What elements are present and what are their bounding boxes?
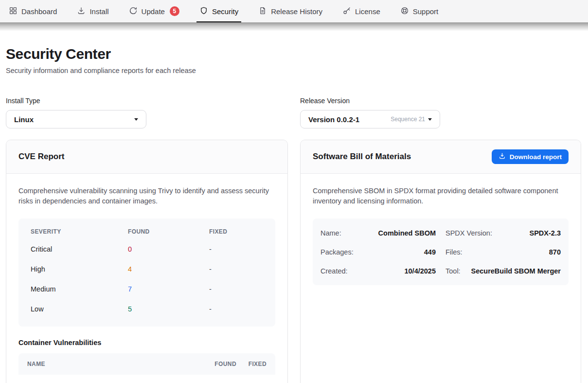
fixed-count: - [209, 259, 263, 279]
column-found: FOUND [128, 228, 209, 235]
severity-table: SEVERITY FOUND FIXED Critical 0 - High 4… [18, 219, 275, 327]
nav-item-support[interactable]: Support [400, 0, 439, 22]
top-navigation: Dashboard Install Update 5 Security Rele… [0, 0, 588, 22]
found-count: 0 [128, 239, 209, 259]
column-name: NAME [27, 361, 193, 367]
found-count: 7 [128, 279, 209, 299]
install-type-filter: Install Type Linux [6, 97, 288, 128]
detail-value: Combined SBOM [378, 229, 436, 237]
update-icon [129, 6, 138, 17]
page-title: Security Center [6, 46, 582, 62]
nav-label: Update [142, 7, 165, 16]
detail-value: 449 [424, 248, 436, 256]
install-type-label: Install Type [6, 97, 288, 105]
cve-report-description: Comprehensive vulnerability scanning usi… [18, 186, 275, 206]
document-icon [258, 6, 267, 17]
column-found: FOUND [193, 361, 236, 367]
nav-label: Install [89, 7, 108, 16]
detail-value: SPDX-2.3 [530, 229, 561, 237]
nav-label: Support [413, 7, 439, 16]
sequence-label: Sequence 21 [391, 116, 425, 123]
page-subtitle: Security information and compliance repo… [6, 67, 582, 74]
table-row-medium: Medium 7 - [31, 279, 263, 299]
dashboard-icon [9, 6, 18, 17]
table-row-high: High 4 - [31, 259, 263, 279]
detail-value: SecureBuild SBOM Merger [471, 267, 561, 275]
chevron-down-icon [428, 118, 432, 121]
detail-tool: Tool: SecureBuild SBOM Merger [445, 261, 561, 280]
detail-value: 10/4/2025 [404, 267, 436, 275]
nav-item-update[interactable]: Update 5 [129, 0, 179, 22]
nav-item-security[interactable]: Security [199, 0, 238, 22]
main-content: Security Center Security information and… [0, 46, 588, 383]
release-version-filter: Release Version Version 0.0.2-1 Sequence… [300, 97, 581, 128]
nav-label: Security [212, 7, 238, 16]
severity-table-header: SEVERITY FOUND FIXED [31, 222, 263, 239]
install-type-value: Linux [14, 115, 34, 124]
fixed-count: - [209, 299, 263, 319]
sbom-header: Software Bill of Materials Download repo… [301, 140, 581, 174]
update-count-badge: 5 [170, 6, 179, 16]
nav-item-release-history[interactable]: Release History [258, 0, 322, 22]
cve-report-title: CVE Report [18, 152, 64, 162]
found-count: 4 [128, 259, 209, 279]
cve-report-header: CVE Report [6, 140, 287, 174]
shield-icon [199, 6, 208, 17]
severity-name: Medium [31, 279, 128, 299]
column-fixed: FIXED [209, 228, 263, 235]
sbom-description: Comprehensive SBOM in SPDX format provid… [313, 186, 569, 206]
detail-name: Name: Combined SBOM [321, 223, 436, 242]
fixed-count: - [209, 239, 263, 259]
lifebuoy-icon [400, 6, 409, 17]
severity-name: High [31, 259, 128, 279]
detail-files: Files: 870 [445, 242, 561, 261]
chevron-down-icon [134, 118, 138, 121]
detail-packages: Packages: 449 [321, 242, 436, 261]
nav-label: Release History [271, 7, 322, 16]
key-icon [342, 6, 351, 17]
column-severity: SEVERITY [31, 228, 128, 235]
release-version-value: Version 0.0.2-1 [308, 115, 359, 124]
nav-item-dashboard[interactable]: Dashboard [9, 0, 57, 22]
detail-spdx-version: SPDX Version: SPDX-2.3 [445, 223, 561, 242]
table-row-low: Low 5 - [31, 299, 263, 319]
column-fixed: FIXED [236, 361, 267, 367]
release-version-meta: Sequence 21 [391, 116, 432, 123]
cve-report-card: CVE Report Comprehensive vulnerability s… [6, 140, 288, 383]
sbom-title: Software Bill of Materials [313, 152, 411, 162]
nav-label: Dashboard [21, 7, 57, 16]
cve-report-body: Comprehensive vulnerability scanning usi… [6, 174, 287, 383]
detail-label: Name: [321, 229, 341, 237]
detail-label: SPDX Version: [445, 229, 492, 237]
install-icon [77, 6, 86, 17]
sbom-body: Comprehensive SBOM in SPDX format provid… [301, 174, 581, 297]
detail-label: Files: [445, 248, 463, 256]
download-report-button[interactable]: Download report [492, 149, 569, 164]
detail-label: Packages: [321, 248, 354, 256]
filters-row: Install Type Linux Release Version Versi… [6, 97, 582, 128]
scroll-shadow [0, 22, 588, 31]
container-vulnerabilities-title: Container Vulnerabilities [18, 339, 275, 347]
severity-name: Critical [31, 239, 128, 259]
detail-label: Created: [321, 267, 348, 275]
nav-item-license[interactable]: License [342, 0, 380, 22]
nav-item-install[interactable]: Install [77, 0, 108, 22]
install-type-select[interactable]: Linux [6, 110, 146, 128]
container-vulnerabilities-header: NAME FOUND FIXED [18, 353, 275, 375]
detail-value: 870 [549, 248, 561, 256]
release-version-select[interactable]: Version 0.0.2-1 Sequence 21 [300, 110, 440, 128]
download-icon [499, 152, 506, 161]
fixed-count: - [209, 279, 263, 299]
download-report-label: Download report [510, 153, 562, 161]
detail-label: Tool: [445, 267, 461, 275]
sbom-card: Software Bill of Materials Download repo… [300, 140, 581, 383]
severity-name: Low [31, 299, 128, 319]
sbom-details-panel: Name: Combined SBOM SPDX Version: SPDX-2… [313, 219, 569, 285]
release-version-label: Release Version [300, 97, 581, 105]
table-row-critical: Critical 0 - [31, 239, 263, 259]
cards-row: CVE Report Comprehensive vulnerability s… [6, 140, 582, 383]
nav-label: License [355, 7, 380, 16]
detail-created: Created: 10/4/2025 [321, 261, 436, 280]
found-count: 5 [128, 299, 209, 319]
